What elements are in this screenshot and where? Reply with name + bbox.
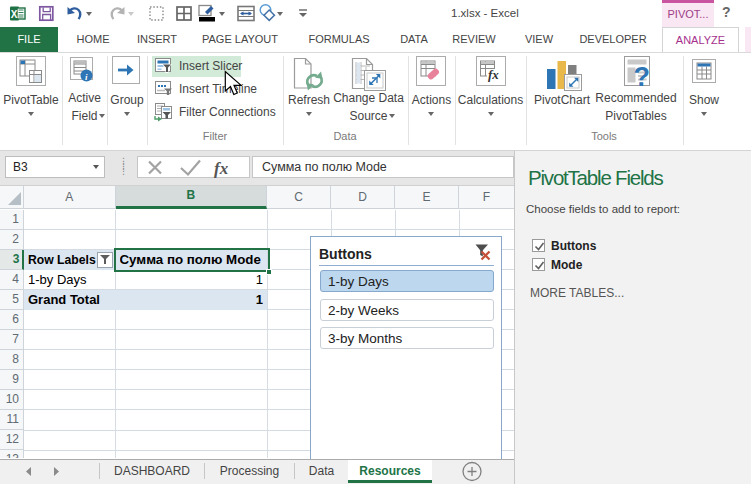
svg-text:fx: fx bbox=[214, 159, 229, 178]
svg-text:?: ? bbox=[634, 62, 651, 92]
svg-text:fx: fx bbox=[488, 67, 499, 82]
svg-text:X: X bbox=[11, 9, 18, 20]
